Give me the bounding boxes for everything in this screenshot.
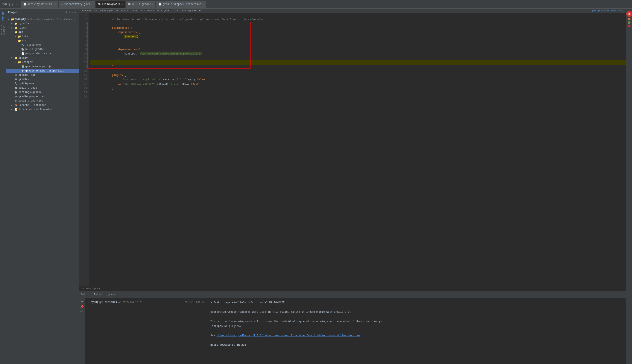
tree-item-gradle-wrapper-props[interactable]: ▶ ⚙ gradle-wrapper.properties bbox=[6, 69, 79, 73]
open-project-structure-link[interactable]: Open (Ctrl+Alt+Shift+S) bbox=[591, 10, 624, 12]
tree-item-settings-gradle[interactable]: ▶ 🐘 settings.gradle bbox=[6, 90, 79, 94]
tree-item-libs[interactable]: ▶ 📁 libs bbox=[6, 34, 79, 39]
build-result-item[interactable]: ✓ MyBugly: finished At 2022/8/5 18:24 32… bbox=[87, 300, 206, 304]
tree-item-label: .gitignore bbox=[18, 82, 34, 85]
build-time: At 2022/8/5 18:24 bbox=[118, 301, 142, 304]
tab-activity-main[interactable]: 📄 activity_main.xml ✕ bbox=[21, 1, 58, 8]
tab-sync[interactable]: Sync ✕ bbox=[104, 292, 118, 297]
build-duration: 32 sec, 682 ms bbox=[185, 301, 204, 304]
tree-item-root-gitignore[interactable]: ▶ 🔧 .gitignore bbox=[6, 82, 79, 86]
avatar-dot-3 bbox=[628, 25, 630, 27]
breadcrumb: buildscript{} bbox=[79, 286, 626, 291]
tab-build[interactable]: Build bbox=[92, 292, 104, 297]
tab-icon: 🐘 bbox=[98, 2, 101, 6]
code-line-18 bbox=[90, 86, 626, 90]
code-line-11 bbox=[90, 56, 626, 60]
expand-icon[interactable]: ⊞ bbox=[69, 10, 70, 14]
info-message: You can use the Project Structure dialog… bbox=[82, 10, 201, 12]
file-icon: ⚙ bbox=[21, 69, 24, 72]
tree-arrow: ▶ bbox=[11, 26, 14, 29]
tab-close[interactable]: ✕ bbox=[152, 3, 153, 6]
tree-arrow: ▶ bbox=[11, 104, 14, 106]
avatar-area: B bbox=[626, 10, 632, 28]
tab-sync-label: Sync bbox=[107, 293, 113, 296]
tree-item-label: Scratches and Consoles bbox=[18, 108, 52, 111]
tree-item-label: gradle-wrapper.properties bbox=[25, 69, 64, 72]
tree-item-gradlew-bat[interactable]: ▶ 🖥 gradlew.bat bbox=[6, 73, 79, 77]
code-line-14: plugins { bbox=[90, 69, 626, 73]
code-editor[interactable]: 12345 678910 1112131415 1617181920 // To… bbox=[79, 13, 626, 286]
folder-icon: 📚 bbox=[14, 104, 18, 107]
tree-arrow: ▶ bbox=[14, 40, 18, 42]
folder-icon: 📁 bbox=[14, 26, 18, 30]
tree-item-gradlew[interactable]: ▶ 🖥 gradlew bbox=[6, 77, 79, 82]
tree-item-scratches[interactable]: ▶ 📝 Scratches and Consoles bbox=[6, 107, 79, 112]
tree-item-local-props[interactable]: ▶ ⚙ local.properties bbox=[6, 99, 79, 103]
code-line-7 bbox=[90, 39, 626, 43]
tree-item-external-libraries[interactable]: ▶ 📚 External Libraries bbox=[6, 103, 79, 107]
tab-close[interactable]: ✕ bbox=[55, 3, 56, 6]
tab-icon: 📄 bbox=[23, 2, 26, 6]
gear-icon[interactable]: ⚙ bbox=[66, 10, 67, 14]
collapse-icon[interactable]: — bbox=[72, 10, 74, 14]
sidebar-item-project[interactable]: Project bbox=[0, 10, 6, 22]
code-line-13 bbox=[90, 64, 626, 69]
folder-icon: 📁 bbox=[18, 35, 21, 38]
folder-icon: 📁 bbox=[14, 56, 18, 60]
bottom-content: ■ 📌 👁 ✓ MyBugly: finished At 2022/8/5 18… bbox=[79, 298, 626, 364]
tree-item-label: gradle.properties bbox=[18, 95, 45, 98]
file-icon: 🔧 bbox=[14, 82, 18, 86]
tab-close[interactable]: ✕ bbox=[122, 3, 123, 6]
tab-build-gradle-1[interactable]: 🐘 build.gradle ✕ bbox=[96, 1, 125, 8]
tree-item-wrapper[interactable]: ▼ 📁 wrapper bbox=[6, 60, 79, 64]
eye-button[interactable]: 👁 bbox=[80, 310, 84, 314]
tab-close[interactable]: ✕ bbox=[202, 3, 204, 6]
tree-item-gradle-hidden[interactable]: ▶ 📁 .gradle bbox=[6, 22, 79, 26]
tree-item-label: gradlew bbox=[18, 78, 29, 81]
project-dropdown[interactable]: ▾ bbox=[16, 2, 18, 6]
tree-item-gradle[interactable]: ▼ 📁 gradle bbox=[6, 56, 79, 60]
tree-item-label: gradle bbox=[18, 56, 28, 60]
tree-item-app-build-gradle[interactable]: ▶ 🐘 build.gradle bbox=[6, 47, 79, 52]
gradle-docs-link[interactable]: https://docs.gradle.org/7.3.3/userguide/… bbox=[216, 334, 360, 337]
output-line-blank4 bbox=[210, 338, 623, 343]
panel-header-icons: ⚙ ⊞ — ✕ bbox=[66, 10, 77, 14]
output-line-blank bbox=[210, 305, 623, 310]
code-content[interactable]: // Top-level build file where you can ad… bbox=[89, 13, 626, 286]
tab-build-gradle-2[interactable]: 🐘 build.gradle ✕ bbox=[126, 1, 155, 8]
bottom-panel: Build: Build Sync ✕ ■ 📌 👁 bbox=[79, 291, 626, 364]
tab-sync-close[interactable]: ✕ bbox=[114, 293, 115, 296]
tree-item-idea[interactable]: ▶ 📁 .idea bbox=[6, 26, 79, 30]
code-line-20 bbox=[90, 95, 626, 99]
tree-item-proguard[interactable]: ▶ 📄 proguard-rules.pro bbox=[6, 52, 79, 56]
file-icon: 🐘 bbox=[14, 86, 18, 90]
tree-arrow: ▶ bbox=[14, 35, 18, 38]
sidebar-item-resource-manager[interactable]: Resource Manager bbox=[0, 23, 6, 36]
tab-mainactivity[interactable]: ☕ MainActivity.java ✕ bbox=[59, 1, 95, 8]
code-line-1: // Top-level build file where you can ad… bbox=[90, 13, 626, 18]
tree-item-app[interactable]: ▼ 📁 app bbox=[6, 30, 79, 34]
tree-item-gradle-wrapper-jar[interactable]: ▶ 🫙 gradle-wrapper.jar bbox=[6, 64, 79, 69]
line-numbers: 12345 678910 1112131415 1617181920 bbox=[79, 13, 89, 286]
tab-gradle-wrapper[interactable]: 📄 gradle-wrapper.properties ✕ bbox=[156, 1, 206, 8]
code-line-12: } bbox=[90, 60, 626, 64]
tab-close[interactable]: ✕ bbox=[91, 3, 92, 6]
stop-button[interactable]: ■ bbox=[80, 299, 84, 304]
tree-item-label: app bbox=[18, 31, 23, 34]
output-line-blank3 bbox=[210, 328, 623, 333]
tree-item-gradle-props[interactable]: ▶ ⚙ gradle.properties bbox=[6, 94, 79, 99]
tree-item-label: MyBugly D:\DingJiaxiong\AndroidStudioPro… bbox=[15, 18, 75, 21]
tree-item-root-build-gradle[interactable]: ▶ 🐘 build.gradle bbox=[6, 86, 79, 90]
tree-item-label: src bbox=[22, 39, 26, 42]
tree-arrow: ▼ bbox=[14, 61, 18, 64]
close-panel-icon[interactable]: ✕ bbox=[75, 10, 77, 14]
output-line-deprecated: Deprecated Gradle features were used in … bbox=[210, 310, 623, 314]
output-line-blank2 bbox=[210, 314, 623, 319]
tab-icon: 🐘 bbox=[128, 2, 131, 6]
pin-button[interactable]: 📌 bbox=[80, 304, 84, 309]
output-line-success: BUILD SUCCESSFUL in 30s bbox=[210, 343, 623, 348]
code-line-10: } bbox=[90, 52, 626, 56]
tree-item-app-gitignore[interactable]: ▶ 🔧 .gitignore bbox=[6, 43, 79, 47]
tree-item-src[interactable]: ▶ 📁 src bbox=[6, 39, 79, 43]
tree-root[interactable]: ▼ 📁 MyBugly D:\DingJiaxiong\AndroidStudi… bbox=[6, 17, 79, 22]
